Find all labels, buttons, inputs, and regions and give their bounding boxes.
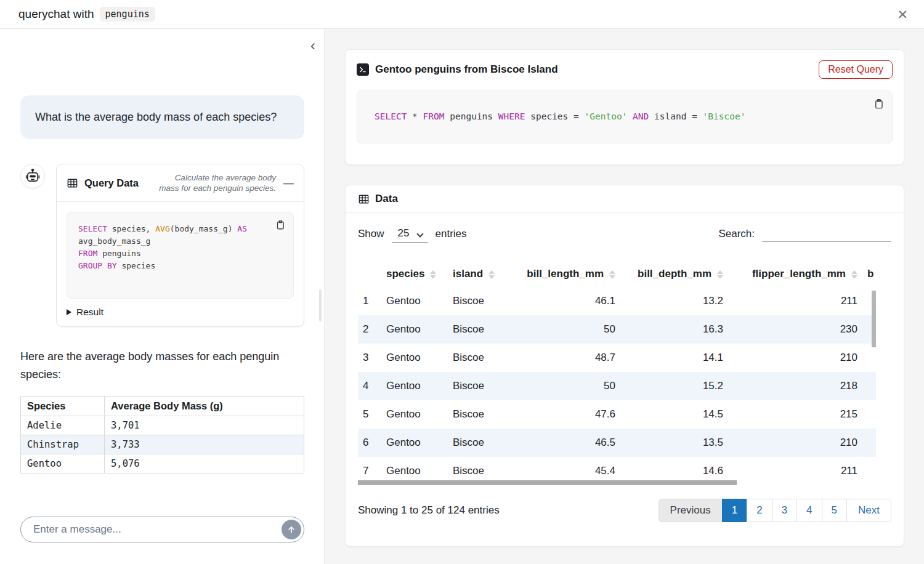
close-icon[interactable]: ✕ xyxy=(894,6,910,23)
sort-icon xyxy=(851,270,857,279)
query-title: Gentoo penguins from Biscoe Island xyxy=(375,63,558,76)
page-button-4[interactable]: 4 xyxy=(796,499,822,522)
search-input[interactable] xyxy=(762,226,891,242)
search-label: Search: xyxy=(718,228,755,240)
sidebar-collapse-icon[interactable]: ‹ xyxy=(310,38,315,53)
data-card-header: Data xyxy=(346,185,904,213)
page-button-1[interactable]: 1 xyxy=(722,499,747,522)
chat-history: What is the average body mass of each sp… xyxy=(0,29,324,473)
horizontal-scrollbar[interactable] xyxy=(358,480,737,485)
reset-query-button[interactable]: Reset Query xyxy=(819,60,893,79)
sort-icon xyxy=(488,270,495,279)
app-title: querychat with penguins xyxy=(18,7,155,22)
search-control: Search: xyxy=(718,226,891,242)
tool-description: Calculate the average body mass for each… xyxy=(153,172,276,193)
pagination: Previous12345Next xyxy=(659,499,891,522)
data-table: speciesislandbill_length_mmbill_depth_mm… xyxy=(358,261,876,485)
table-footer: Showing 1 to 25 of 124 entries Previous1… xyxy=(358,499,891,537)
page-length-control: Show 25 entries xyxy=(358,225,467,243)
result-table-row: Gentoo5,076 xyxy=(21,454,304,473)
mass-table-header-mass: Average Body Mass (g) xyxy=(105,397,304,416)
result-table-row: Chinstrap3,733 xyxy=(21,435,304,454)
table-row: 4GentooBiscoe5015.2218 xyxy=(358,372,876,400)
app-title-text: querychat with xyxy=(18,7,94,21)
assistant-message-row: Query Data Calculate the average body ma… xyxy=(20,164,304,327)
minimize-icon[interactable]: — xyxy=(282,178,295,188)
dataset-name-chip: penguins xyxy=(100,7,155,22)
copy-icon[interactable] xyxy=(872,97,886,113)
tool-card-header: Query Data Calculate the average body ma… xyxy=(57,164,304,202)
send-button[interactable] xyxy=(282,520,301,539)
result-table-body: Adelie3,701Chinstrap3,733Gentoo5,076 xyxy=(21,416,304,473)
sql-code: SELECT species, AVG(body_mass_g) AS avg_… xyxy=(78,223,282,272)
table-icon xyxy=(67,177,78,189)
current-query-card: Gentoo penguins from Biscoe Island Reset… xyxy=(345,49,904,165)
page-button-3[interactable]: 3 xyxy=(772,499,797,522)
assistant-text: Here are the average body masses for eac… xyxy=(20,348,304,384)
robot-icon xyxy=(25,168,41,184)
result-label: Result xyxy=(76,307,103,318)
active-sql-code: SELECT * FROM penguins WHERE species = '… xyxy=(375,110,875,123)
data-table-container: speciesislandbill_length_mmbill_depth_mm… xyxy=(358,261,876,486)
page-button-5[interactable]: 5 xyxy=(822,499,847,522)
tool-card-body: SELECT species, AVG(body_mass_g) AS avg_… xyxy=(57,202,304,326)
sort-icon xyxy=(717,270,723,279)
user-message: What is the average body mass of each sp… xyxy=(20,95,304,139)
tool-title: Query Data xyxy=(84,177,139,189)
message-input[interactable] xyxy=(20,517,304,542)
show-label: Show xyxy=(358,228,384,240)
table-row: 5GentooBiscoe47.614.5215 xyxy=(358,400,876,429)
table-row: 1GentooBiscoe46.113.2211 xyxy=(358,287,876,315)
bot-avatar xyxy=(20,164,45,188)
page-size-select[interactable]: 25 xyxy=(392,225,428,243)
app-header: querychat with penguins ✕ xyxy=(0,0,924,29)
column-header-b: b xyxy=(862,261,876,287)
main-panel: Gentoo penguins from Biscoe Island Reset… xyxy=(325,29,924,564)
row-number-column-header xyxy=(358,261,381,287)
terminal-icon xyxy=(357,63,369,76)
arrow-up-icon xyxy=(286,525,296,534)
species-mass-table: Species Average Body Mass (g) Adelie3,70… xyxy=(20,396,304,473)
entries-label: entries xyxy=(436,228,467,240)
previous-page-button[interactable]: Previous xyxy=(659,499,723,522)
sql-code-block: SELECT species, AVG(body_mass_g) AS avg_… xyxy=(67,212,294,299)
entries-info: Showing 1 to 25 of 124 entries xyxy=(358,504,500,517)
copy-icon[interactable] xyxy=(274,218,287,233)
data-card-title: Data xyxy=(375,193,398,205)
message-input-row xyxy=(20,517,304,542)
sort-icon xyxy=(609,270,615,279)
table-row: 2GentooBiscoe5016.3230 xyxy=(358,315,876,344)
column-header-bill_depth_mm[interactable]: bill_depth_mm xyxy=(620,261,728,287)
sort-icon xyxy=(430,270,436,279)
page-button-2[interactable]: 2 xyxy=(747,499,772,522)
data-card-body: Show 25 entries Search: xyxy=(346,213,904,537)
result-disclosure[interactable]: Result xyxy=(67,307,294,318)
vertical-scrollbar[interactable] xyxy=(872,291,876,347)
next-page-button[interactable]: Next xyxy=(846,499,891,522)
column-header-bill_length_mm[interactable]: bill_length_mm xyxy=(516,261,620,287)
chat-sidebar: ‹ What is the average body mass of each … xyxy=(0,29,325,564)
table-row: 3GentooBiscoe48.714.1210 xyxy=(358,344,876,372)
query-card-header: Gentoo penguins from Biscoe Island Reset… xyxy=(357,57,893,82)
data-card: Data Show 25 entries xyxy=(345,185,904,547)
result-table-row: Adelie3,701 xyxy=(21,416,304,435)
disclosure-arrow-icon xyxy=(67,309,71,315)
active-sql-block: SELECT * FROM penguins WHERE species = '… xyxy=(357,91,893,143)
column-header-flipper_length_mm[interactable]: flipper_length_mm xyxy=(728,261,862,287)
table-row: 6GentooBiscoe46.513.5210 xyxy=(358,429,876,457)
table-controls: Show 25 entries Search: xyxy=(358,225,891,243)
sidebar-resize-handle[interactable] xyxy=(319,289,322,321)
column-header-species[interactable]: species xyxy=(381,261,448,287)
data-table-body: 1GentooBiscoe46.113.22112GentooBiscoe501… xyxy=(358,287,876,485)
mass-table-header-species: Species xyxy=(21,397,105,416)
data-table-head-row: speciesislandbill_length_mmbill_depth_mm… xyxy=(358,261,876,287)
table-icon xyxy=(358,193,370,205)
column-header-island[interactable]: island xyxy=(448,261,516,287)
tool-call-card: Query Data Calculate the average body ma… xyxy=(56,164,304,327)
